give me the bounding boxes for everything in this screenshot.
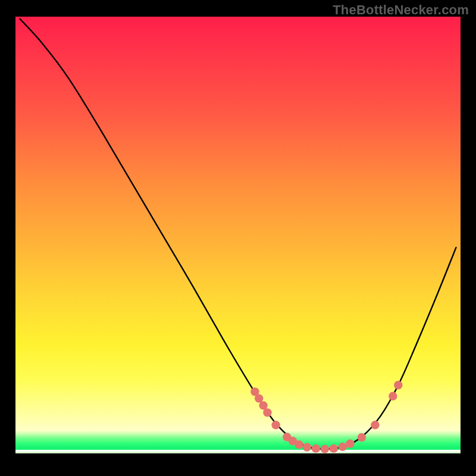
data-marker	[346, 440, 354, 448]
plot-area	[15, 17, 461, 461]
data-marker	[339, 443, 347, 451]
data-marker	[330, 444, 338, 453]
curve-layer	[15, 17, 461, 461]
data-marker	[271, 421, 280, 429]
bottleneck-curve	[20, 19, 456, 449]
data-marker	[389, 392, 397, 400]
watermark-text: TheBottleNecker.com	[333, 2, 469, 18]
data-marker	[394, 381, 402, 389]
data-marker	[303, 443, 311, 451]
data-marker	[263, 408, 271, 416]
data-marker	[358, 433, 366, 441]
chart-stage: TheBottleNecker.com	[0, 0, 476, 476]
data-marker	[295, 440, 303, 449]
data-marker	[371, 421, 379, 429]
data-marker	[255, 394, 263, 402]
data-marker	[321, 444, 329, 453]
data-marker	[312, 444, 320, 453]
